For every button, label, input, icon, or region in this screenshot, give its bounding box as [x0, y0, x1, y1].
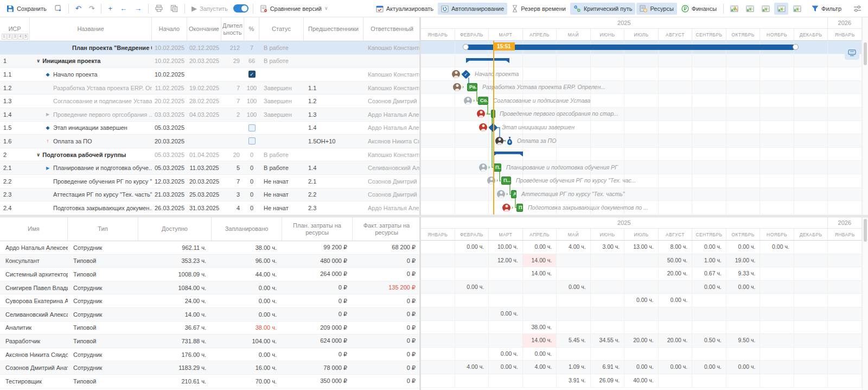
print-button[interactable]	[152, 3, 166, 14]
column-header-1[interactable]: Название	[30, 17, 152, 41]
indent-left-button[interactable]: ←	[117, 3, 130, 14]
task-row[interactable]: 2.1▶Планирование и подготовка обуче...05…	[0, 161, 419, 175]
resource-row[interactable]: Суворова Екатерина АСотрудник24.00 ч.0.0…	[0, 294, 419, 308]
column-header-7[interactable]: Предшественники	[304, 17, 363, 41]
payment-moneybag-icon[interactable]	[506, 136, 514, 146]
outline-level-4[interactable]: 4	[18, 34, 23, 40]
resource-column-header-5[interactable]: Факт. затраты на ресурсы	[353, 217, 421, 241]
collapse-caret-icon[interactable]: ∨	[36, 152, 40, 158]
resource-column-header-1[interactable]: Тип	[68, 217, 138, 241]
finance-button[interactable]: Финансы	[678, 3, 720, 15]
resource-name-cell: Снигирев Павел Влади	[0, 281, 68, 294]
resource-column-header-4[interactable]: План. затраты на ресурсы	[282, 217, 353, 241]
resource-row[interactable]: Селивановский АлексаСотрудник14.00 ч.0.0…	[0, 308, 419, 322]
compare-versions-button[interactable]: Сравнение версий ∨	[257, 3, 331, 15]
milestone-checkbox[interactable]	[248, 124, 256, 131]
save-button[interactable]: Сохранить	[3, 3, 50, 15]
resource-row[interactable]: Снигирев Павел ВладиСотрудник1084.00 ч.0…	[0, 281, 419, 295]
task-bar[interactable]: П...	[493, 163, 501, 172]
task-row[interactable]: 1.2Разработка Устава проекта ERP. Оп...1…	[0, 81, 419, 95]
resource-row[interactable]: Системный архитекторТиповой1008.09 ч.44.…	[0, 268, 419, 281]
resource-row[interactable]: ТестировщикТиповой210.61 ч.70.00 ч.350 0…	[0, 375, 419, 388]
actualize-button[interactable]: Актуализировать	[373, 3, 437, 15]
collapse-caret-icon[interactable]: ∨	[36, 58, 40, 64]
task-row[interactable]: План проекта "Внедрение CRM систем...10.…	[0, 41, 419, 55]
expand-arrow-icon[interactable]: ▶	[44, 166, 52, 171]
scrollbar-thumb[interactable]	[864, 219, 867, 242]
resource-row[interactable]: Ардо Наталья АлексеевСотрудник962.11 ч.3…	[0, 241, 419, 255]
task-row[interactable]: 1.1◆Начало проекта10.02.2025✓Капошко Кон…	[0, 68, 419, 81]
run-button[interactable]: ▶ Запустить	[188, 3, 231, 14]
view-table-2-button[interactable]	[758, 3, 773, 15]
task-row[interactable]: 1.4▶Проведение первого оргсобрания ...03…	[0, 108, 419, 122]
add-task-button[interactable]: +	[105, 3, 116, 14]
print-preview-button[interactable]	[167, 3, 181, 14]
gantt-chart-area[interactable]: 15:51›✓Начало проекта›Ра...Разработка Ус…	[421, 41, 862, 215]
task-bar[interactable]: П...	[501, 177, 511, 185]
outline-level-5[interactable]: 5	[23, 34, 28, 40]
task-row[interactable]: 1.3Согласование и подписание Устава20.02…	[0, 95, 419, 108]
task-row[interactable]: 2.3Аттестация РГ по курсу "Тех. часть"21…	[0, 188, 419, 202]
indent-right-button[interactable]: →	[131, 3, 145, 14]
task-row[interactable]: 1.5◆Этап инициации завершен05.03.20251.4…	[0, 122, 419, 135]
usage-cell	[760, 307, 794, 320]
column-header-8[interactable]: Ответственный	[363, 17, 421, 41]
column-header-6[interactable]: Статус	[259, 17, 304, 41]
resource-column-header-3[interactable]: Запланировано	[212, 217, 282, 241]
usage-cell: 0.00 ч.	[659, 294, 693, 307]
presentation-mode-button[interactable]	[845, 46, 859, 60]
usage-vertical-scrollbar[interactable]	[862, 217, 868, 390]
bar-drag-handle[interactable]	[463, 44, 469, 50]
column-header-0[interactable]: ИСР12345	[0, 17, 30, 41]
milestone-checkbox[interactable]	[248, 137, 256, 144]
view-edit-button[interactable]	[727, 3, 741, 15]
scrollbar-thumb[interactable]	[864, 42, 867, 65]
resource-column-header-2[interactable]: Доступно	[138, 217, 212, 241]
task-row[interactable]: 1∨Инициация проекта10.02.202520.03.20252…	[0, 55, 419, 68]
redo-button[interactable]: ↷	[86, 3, 98, 14]
resource-row[interactable]: Созонов Дмитрий АнатСотрудник1183.29 ч.1…	[0, 361, 419, 375]
task-bar[interactable]: Ра...	[467, 83, 477, 91]
view-table-1-button[interactable]	[743, 3, 757, 15]
fact-cost-cell: 0 ₽	[353, 294, 421, 307]
project-summary-bar[interactable]	[466, 45, 795, 50]
task-row[interactable]: 2.2Проведение обучения РГ по курсу "...1…	[0, 175, 419, 188]
task-row[interactable]: 1.6↑Оплата за ПО20.03.20251.5ОН+10Аксяно…	[0, 135, 419, 148]
autoplan-button[interactable]: Автопланирование	[438, 3, 507, 15]
outline-level-3[interactable]: 3	[12, 34, 17, 40]
task-row[interactable]: 2∨Подготовка рабочей группы05.03.202501.…	[0, 148, 419, 162]
expand-arrow-icon[interactable]: ▶	[44, 112, 52, 117]
slack-button[interactable]: Резерв времени	[508, 3, 569, 15]
column-header-5[interactable]: %	[244, 17, 259, 41]
resource-type-cell: Типовой	[68, 268, 138, 281]
task-bar-label: Разработка Устава проекта ERP. Опрелен..…	[482, 84, 605, 90]
resources-button[interactable]: Ресурсы	[636, 3, 676, 15]
gantt-vertical-scrollbar[interactable]	[862, 17, 868, 215]
milestone-diamond[interactable]: ✓	[462, 70, 471, 79]
outline-level-1[interactable]: 1	[2, 34, 7, 40]
milestone-checkbox[interactable]: ✓	[248, 71, 256, 78]
filter-button[interactable]: Фильтр	[808, 3, 845, 14]
duplicate-button[interactable]	[51, 3, 65, 15]
usage-row: 4.00 ч.0.00 ч.4.00 ч.1.09 ч.6.91 ч.0.00 …	[421, 361, 862, 374]
task-bar[interactable]: П.	[516, 204, 523, 212]
resource-row[interactable]: РазработчикТиповой731.88 ч.104.00 ч.624 …	[0, 335, 419, 348]
outline-level-2[interactable]: 2	[7, 34, 12, 40]
task-bar[interactable]: Со...	[478, 97, 488, 105]
task-bar[interactable]: А.	[511, 190, 516, 198]
view-table-4-button[interactable]	[790, 3, 804, 15]
bar-drag-handle[interactable]	[793, 44, 799, 50]
resource-row[interactable]: Аксянов Никита СяидоСотрудник176.00 ч.0.…	[0, 348, 419, 362]
resource-column-header-0[interactable]: Имя	[0, 217, 68, 241]
critical-path-button[interactable]: Критический путь	[570, 3, 636, 15]
resource-row[interactable]: АналитикТиповой36.67 ч.38.00 ч.209 000 ₽…	[0, 322, 419, 335]
settings-sliders-button[interactable]	[850, 3, 865, 15]
view-table-3-button[interactable]	[774, 3, 788, 15]
column-header-2[interactable]: Начало	[152, 17, 187, 41]
task-row[interactable]: 2.4Подготовка закрывающих докумен...26.0…	[0, 202, 419, 215]
undo-button[interactable]: ↶	[72, 3, 85, 14]
run-toggle[interactable]	[233, 4, 248, 12]
resource-row[interactable]: КонсультантТиповой353.23 ч.96.00 ч.480 0…	[0, 255, 419, 268]
column-header-4[interactable]: Длител ьность	[221, 17, 244, 41]
column-header-3[interactable]: Окончание	[187, 17, 221, 41]
